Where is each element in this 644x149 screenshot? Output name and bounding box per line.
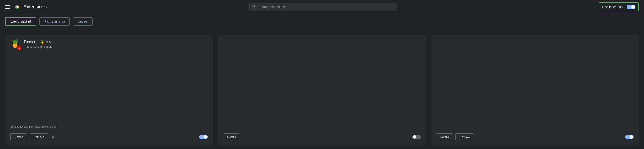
ext-footer-0: Details Remove ↺ bbox=[10, 131, 208, 140]
ext-toggle-1[interactable] bbox=[412, 135, 421, 139]
header: Extensions Developer mode bbox=[0, 0, 644, 14]
ext-footer-1: Details bbox=[223, 131, 420, 140]
pack-extension-button[interactable]: Pack extension bbox=[40, 17, 70, 26]
chrome-logo-icon bbox=[14, 4, 20, 10]
developer-mode-toggle[interactable] bbox=[627, 5, 636, 9]
toolbar: Load unpacked Pack extension Update bbox=[0, 14, 644, 29]
extensions-list: 🍍 Pineapple 🍍 0.1.0 This is just a pinea… bbox=[0, 29, 644, 149]
ext-footer-2: Details Remove bbox=[436, 131, 634, 140]
extension-card-1: Details bbox=[218, 35, 426, 145]
dev-mode-label: Developer mode bbox=[602, 5, 624, 9]
remove-button-2[interactable]: Remove bbox=[455, 133, 474, 140]
search-container bbox=[248, 3, 398, 11]
remove-button-0[interactable]: Remove bbox=[30, 133, 48, 140]
ext-toggle-0[interactable] bbox=[199, 135, 208, 139]
hamburger-icon[interactable] bbox=[5, 5, 10, 9]
ext-name-row-0: Pineapple 🍍 0.1.0 bbox=[24, 40, 208, 44]
load-unpacked-button[interactable]: Load unpacked bbox=[5, 17, 36, 26]
ext-name-0: Pineapple 🍍 bbox=[24, 40, 44, 44]
ext-version-0: 0.1.0 bbox=[46, 40, 52, 43]
ext-description-0: This is just a pineapple bbox=[24, 45, 208, 48]
details-button-0[interactable]: Details bbox=[10, 133, 27, 140]
ext-id-0: ID: ambhdcfamhnilkiakkfibkacofmnpomc bbox=[10, 120, 208, 128]
svg-point-3 bbox=[16, 6, 18, 8]
youtube-badge-icon bbox=[17, 46, 22, 50]
ext-icon-0: 🍍 bbox=[10, 40, 20, 50]
page-title: Extensions bbox=[24, 4, 47, 10]
ext-toggle-2[interactable] bbox=[625, 135, 634, 139]
ext-info-0: Pineapple 🍍 0.1.0 This is just a pineapp… bbox=[24, 40, 208, 48]
svg-line-5 bbox=[255, 7, 256, 8]
details-button-2[interactable]: Details bbox=[436, 133, 453, 140]
search-icon bbox=[252, 4, 256, 9]
update-button[interactable]: Update bbox=[73, 17, 92, 26]
developer-mode-container: Developer mode bbox=[599, 2, 639, 11]
extension-card-0: 🍍 Pineapple 🍍 0.1.0 This is just a pinea… bbox=[5, 35, 213, 145]
details-button-1[interactable]: Details bbox=[223, 133, 240, 140]
search-input[interactable] bbox=[258, 5, 394, 9]
refresh-icon-0[interactable]: ↺ bbox=[52, 135, 55, 139]
ext-card-header-0: 🍍 Pineapple 🍍 0.1.0 This is just a pinea… bbox=[10, 40, 208, 50]
extension-card-2: Details Remove bbox=[431, 35, 639, 145]
